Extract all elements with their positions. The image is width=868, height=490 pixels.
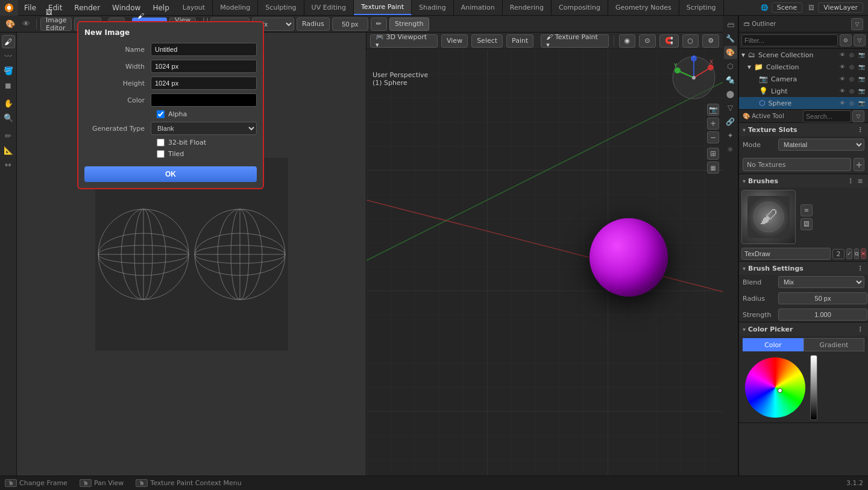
viewport-shading-btn[interactable]: ◉ (619, 34, 636, 48)
sc-eye-btn[interactable]: 👁 (838, 51, 846, 59)
mode-select[interactable]: MaterialSingle Image (778, 139, 864, 151)
viewport-snapping-btn[interactable]: 🧲 (659, 34, 679, 48)
ws-compositing[interactable]: Compositing (552, 0, 608, 15)
view-layer-label[interactable]: ViewLayer (818, 2, 863, 13)
annotate-line-tool[interactable]: 📐 (2, 143, 15, 157)
radius-edit-btn[interactable]: ✏ (371, 17, 387, 31)
light-render-btn[interactable]: 📷 (857, 87, 866, 95)
outliner-filter2-btn[interactable]: ▽ (854, 34, 866, 46)
brush-name-input[interactable] (741, 248, 831, 260)
outliner-search-input[interactable] (741, 34, 838, 46)
color-picker-header[interactable]: ▾ Color Picker ⋮ (739, 322, 868, 336)
draw-tool[interactable]: 🖌 (2, 35, 15, 48)
zoom-out-btn[interactable]: − (707, 131, 719, 143)
tool-icon[interactable]: 🔧 (724, 32, 737, 45)
outliner-light[interactable]: 💡 Light 👁 ◎ 📷 (739, 85, 868, 97)
add-texture-btn[interactable]: + (854, 158, 864, 171)
smear-tool[interactable]: 〰 (2, 49, 15, 63)
blend-select-settings[interactable]: MixAddMultiply (778, 276, 864, 288)
ok-button[interactable]: OK (84, 166, 257, 182)
viewport-select-menu[interactable]: Select (471, 34, 503, 48)
axis-nav-widget[interactable]: X Y Z (671, 55, 717, 102)
light-eye-btn[interactable]: 👁 (838, 87, 846, 95)
outliner-camera[interactable]: 📷 Camera 👁 ◎ 📷 (739, 73, 868, 85)
props-search-input[interactable] (803, 110, 851, 122)
brushes-list-btn[interactable]: ≡ (856, 177, 864, 185)
ws-animation[interactable]: Animation (454, 0, 503, 15)
menu-file[interactable]: File (18, 0, 42, 15)
viewport-proportional-btn[interactable]: ○ (682, 34, 699, 48)
color-wheel-selector[interactable] (778, 388, 782, 393)
radius-settings-input[interactable] (778, 292, 867, 304)
ws-modeling[interactable]: Modeling (213, 0, 258, 15)
cp-expand-btn[interactable]: ⋮ (856, 325, 864, 333)
modifier-icon[interactable]: 🔩 (724, 74, 737, 87)
material-icon[interactable]: ⬤ (724, 87, 737, 101)
sphere-cursor-btn[interactable]: ◎ (848, 99, 856, 107)
paint-icon-active[interactable]: 🎨 (724, 46, 737, 59)
brush-preview-img[interactable]: 🖌 (741, 190, 796, 244)
ws-layout[interactable]: Layout (175, 0, 213, 15)
sc-cursor-btn[interactable]: ◎ (848, 51, 856, 59)
3d-viewport[interactable]: 🎮 3D Viewport ▾ View Select Paint 🖌 Text… (366, 33, 723, 476)
tiled-checkbox[interactable] (157, 150, 165, 158)
color-tab-gradient[interactable]: Gradient (804, 338, 864, 351)
col-render-btn[interactable]: 📷 (857, 63, 866, 71)
col-eye-btn[interactable]: 👁 (838, 63, 846, 71)
mask-tool[interactable]: ◼ (2, 78, 15, 92)
view-btn[interactable]: 👁 (19, 17, 33, 31)
name-input[interactable] (151, 43, 257, 56)
viewport-mode-btn[interactable]: 🖌 Texture Paint ▾ (541, 34, 608, 48)
ws-scripting[interactable]: Scripting (679, 0, 724, 15)
brush-copy-btn[interactable]: ⧉ (854, 248, 859, 259)
object-icon[interactable]: ⬡ (724, 60, 737, 73)
paint-mode-icon[interactable]: 🎨 (4, 17, 17, 31)
brushes-header[interactable]: ▾ Brushes ⋮ ≡ (739, 174, 868, 187)
brush-settings-header[interactable]: ▾ Brush Settings ⋮ (739, 262, 868, 275)
viewport-paint-menu[interactable]: Paint (506, 34, 533, 48)
outliner-icon[interactable]: 🗃 (724, 18, 737, 31)
viewport-options-btn[interactable]: ⚙ (702, 34, 719, 48)
brightness-slider[interactable] (810, 355, 817, 420)
alpha-checkbox[interactable] (157, 110, 165, 118)
strength-settings-input[interactable] (778, 309, 867, 321)
outliner-sphere[interactable]: ⬡ Sphere 👁 ◎ 📷 (739, 97, 868, 109)
sphere-render-btn[interactable]: 📷 (857, 99, 866, 107)
bs-expand-btn[interactable]: ⋮ (856, 264, 864, 272)
float32-checkbox[interactable] (157, 139, 165, 146)
ts-expand-btn[interactable]: ⋮ (856, 125, 864, 134)
texture-slots-header[interactable]: ▾ Texture Slots ⋮ (739, 123, 868, 136)
image-editor-header-btn[interactable]: 🖼 Image Editor ▾ (40, 17, 72, 31)
menu-render[interactable]: Render (68, 0, 106, 15)
brushes-expand-btn[interactable]: ⋮ (846, 177, 855, 185)
brush-img-toggle-btn[interactable]: 🖼 (800, 218, 813, 230)
outliner-scene-collection[interactable]: ▾ 🗂 Scene Collection 👁 ◎ 📷 (739, 49, 868, 61)
color-wheel[interactable] (745, 357, 805, 418)
viewport-view-menu[interactable]: View (441, 34, 468, 48)
color-swatch-dialog[interactable] (151, 93, 257, 107)
strength-btn[interactable]: Strength (389, 17, 429, 31)
sc-render-btn[interactable]: 📷 (857, 51, 866, 59)
physics-icon[interactable]: ⚛ (724, 143, 737, 156)
viewport-editor-type[interactable]: 🎮 3D Viewport ▾ (370, 34, 438, 48)
brush-delete-btn[interactable]: ✕ (861, 248, 867, 259)
zoom-tool[interactable]: 🔍 (2, 111, 15, 124)
outliner-filter-btn[interactable]: ▽ (851, 18, 863, 30)
blender-logo[interactable] (0, 0, 18, 16)
constraint-icon[interactable]: 🔗 (724, 115, 737, 128)
grid-toggle-btn[interactable]: ▦ (707, 162, 719, 174)
viewport-overlay-btn[interactable]: ⊙ (639, 34, 655, 48)
width-input[interactable] (151, 60, 257, 73)
cam-eye-btn[interactable]: 👁 (838, 75, 846, 83)
brush-check-btn[interactable]: ✓ (846, 248, 852, 259)
sphere-eye-btn[interactable]: 👁 (838, 99, 846, 107)
fill-tool[interactable]: 🪣 (2, 64, 15, 77)
annotate-tool[interactable]: ✏ (2, 129, 15, 142)
height-input[interactable] (151, 77, 257, 90)
camera-btn[interactable]: 📷 (707, 104, 719, 116)
ws-shading[interactable]: Shading (412, 0, 454, 15)
transform-tool[interactable]: ↔ (2, 158, 15, 171)
particles-icon[interactable]: ✦ (724, 129, 737, 142)
gen-type-select[interactable]: Blank UV Grid Color Grid (151, 122, 257, 135)
cam-cursor-btn[interactable]: ◎ (848, 75, 856, 83)
